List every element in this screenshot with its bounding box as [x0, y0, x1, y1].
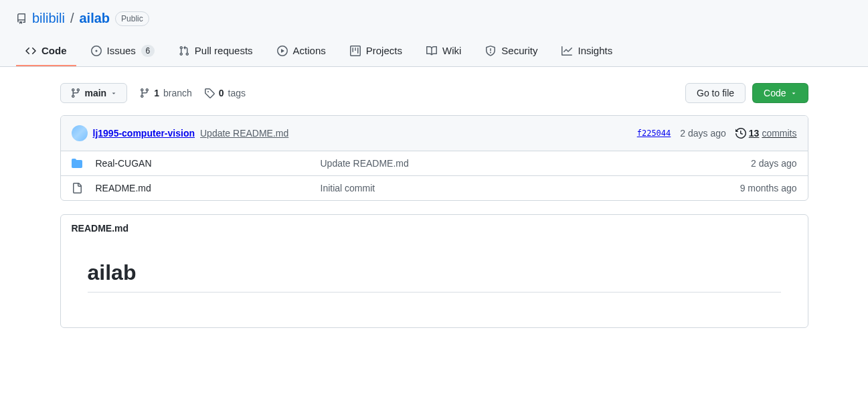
projects-icon: [350, 46, 361, 56]
tab-issues-label: Issues: [107, 44, 136, 58]
commit-author[interactable]: lj1995-computer-vision: [93, 128, 195, 139]
triangle-down-icon: [110, 90, 117, 96]
branches-label: branch: [163, 88, 192, 98]
tab-pulls[interactable]: Pull requests: [169, 37, 262, 66]
graph-icon: [561, 46, 572, 56]
tags-label: tags: [228, 88, 246, 98]
branch-selector[interactable]: main: [60, 83, 128, 103]
history-icon: [735, 128, 746, 139]
repo-link[interactable]: ailab: [79, 11, 110, 26]
branch-icon: [139, 88, 150, 98]
triangle-down-icon: [790, 90, 797, 96]
code-button[interactable]: Code: [752, 83, 808, 103]
tab-security[interactable]: Security: [476, 37, 547, 66]
issues-count: 6: [141, 45, 155, 57]
commit-sha[interactable]: f225044: [637, 129, 671, 138]
wiki-icon: [426, 46, 437, 56]
readme-heading: ailab: [88, 260, 781, 293]
branches-count: 1: [154, 88, 159, 98]
tab-actions-label: Actions: [293, 44, 326, 58]
tab-actions[interactable]: Actions: [268, 37, 335, 66]
file-row: Real-CUGAN Update README.md 2 days ago: [61, 151, 808, 176]
tab-code-label: Code: [41, 44, 67, 58]
owner-link[interactable]: bilibili: [32, 11, 65, 26]
issues-icon: [91, 46, 102, 56]
branch-icon: [70, 88, 81, 98]
tab-projects-label: Projects: [366, 44, 402, 58]
readme-filename[interactable]: README.md: [61, 215, 808, 242]
tab-issues[interactable]: Issues 6: [82, 37, 164, 66]
file-name[interactable]: Real-CUGAN: [96, 158, 152, 169]
code-icon: [25, 46, 36, 56]
actions-icon: [277, 46, 288, 56]
commits-label: commits: [762, 128, 796, 139]
file-commit-message[interactable]: Update README.md: [321, 158, 409, 169]
tab-wiki-label: Wiki: [442, 44, 461, 58]
tab-insights[interactable]: Insights: [552, 37, 622, 66]
file-list-box: lj1995-computer-vision Update README.md …: [60, 115, 808, 201]
tab-insights-label: Insights: [578, 44, 612, 58]
latest-commit-bar: lj1995-computer-vision Update README.md …: [61, 116, 808, 151]
tab-pulls-label: Pull requests: [195, 44, 253, 58]
repo-tabs: Code Issues 6 Pull requests Actions Proj…: [16, 37, 852, 66]
readme-box: README.md ailab: [60, 214, 808, 328]
tab-security-label: Security: [501, 44, 537, 58]
breadcrumb: bilibili / ailab Public: [16, 11, 852, 26]
avatar[interactable]: [72, 125, 88, 141]
branches-link[interactable]: 1 branch: [139, 88, 192, 98]
tags-link[interactable]: 0 tags: [204, 88, 246, 98]
commit-time: 2 days ago: [680, 128, 726, 139]
commit-message[interactable]: Update README.md: [200, 128, 288, 139]
tab-projects[interactable]: Projects: [341, 37, 412, 66]
controls-row: main 1 branch 0 tags Go to file Code: [60, 83, 808, 103]
visibility-badge: Public: [115, 11, 149, 26]
pull-request-icon: [179, 46, 189, 56]
commits-link[interactable]: 13 commits: [735, 128, 797, 139]
file-row: README.md Initial commit 9 months ago: [61, 176, 808, 200]
tag-icon: [204, 88, 215, 98]
file-time: 9 months ago: [740, 183, 797, 193]
folder-icon: [72, 158, 82, 169]
file-name[interactable]: README.md: [96, 183, 151, 193]
tab-wiki[interactable]: Wiki: [417, 37, 470, 66]
goto-file-button[interactable]: Go to file: [685, 83, 746, 103]
file-icon: [72, 183, 82, 193]
code-button-label: Code: [764, 88, 786, 98]
file-time: 2 days ago: [751, 158, 797, 169]
repo-icon: [16, 13, 27, 24]
breadcrumb-separator: /: [70, 11, 74, 26]
commits-count: 13: [749, 128, 760, 139]
tab-code[interactable]: Code: [16, 37, 76, 66]
shield-icon: [485, 46, 496, 56]
tags-count: 0: [219, 88, 224, 98]
branch-name: main: [85, 88, 107, 98]
file-commit-message[interactable]: Initial commit: [321, 183, 375, 193]
